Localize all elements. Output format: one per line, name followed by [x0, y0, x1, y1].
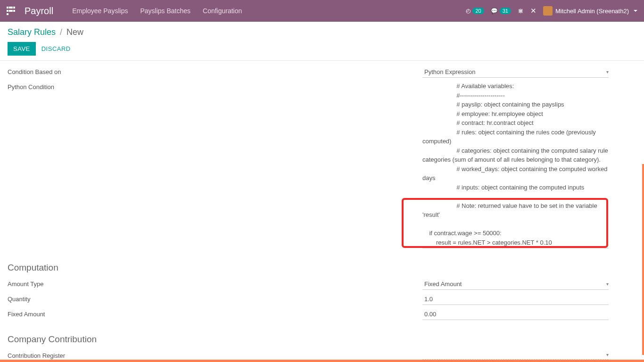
section-computation: Computation [8, 263, 636, 273]
user-menu[interactable]: Mitchell Admin (Sreenath2) [543, 6, 637, 16]
breadcrumb-current: New [66, 27, 83, 37]
nav-employee-payslips[interactable]: Employee Payslips [72, 7, 128, 15]
breadcrumb-separator: / [60, 27, 62, 37]
top-navbar: Payroll Employee Payslips Payslips Batch… [0, 0, 644, 22]
condition-based-on-value: Python Expression [424, 68, 475, 75]
activities-button[interactable]: ◴ 20 [466, 8, 484, 14]
label-python-condition: Python Condition [8, 82, 422, 90]
breadcrumb: Salary Rules / New [8, 27, 636, 37]
nav-configuration[interactable]: Configuration [203, 7, 242, 15]
label-quantity: Quantity [8, 294, 422, 303]
label-fixed-amount: Fixed Amount [8, 309, 422, 318]
avatar [543, 6, 553, 16]
messaging-badge: 31 [500, 8, 511, 14]
apps-icon[interactable] [7, 7, 15, 15]
control-panel: Salary Rules / New SAVE DISCARD [0, 22, 644, 61]
field-quantity[interactable] [422, 294, 609, 305]
discard-button[interactable]: DISCARD [41, 45, 71, 52]
bug-icon[interactable]: ⋇ [518, 7, 524, 15]
form-scroll[interactable]: Condition Based on Python Expression ▾ P… [0, 61, 644, 362]
chat-icon: 💬 [491, 8, 498, 14]
nav-payslips-batches[interactable]: Payslips Batches [140, 7, 190, 15]
field-fixed-amount[interactable] [422, 309, 609, 320]
label-condition-based-on: Condition Based on [8, 66, 422, 75]
field-condition-based-on[interactable]: Python Expression ▾ [422, 66, 609, 78]
field-amount-type[interactable]: Fixed Amount ▾ [422, 279, 609, 290]
messaging-button[interactable]: 💬 31 [491, 8, 511, 14]
chevron-down-icon: ▾ [606, 352, 609, 357]
clock-icon: ◴ [466, 8, 471, 14]
chevron-down-icon: ▾ [606, 69, 609, 74]
tools-icon[interactable]: ✕ [530, 7, 537, 15]
section-company-contribution: Company Contribution [8, 334, 636, 345]
activities-badge: 20 [472, 8, 484, 14]
decorative-bottom-strip [0, 360, 644, 362]
user-name: Mitchell Admin (Sreenath2) [555, 8, 629, 15]
chevron-down-icon: ▾ [606, 281, 609, 287]
amount-type-value: Fixed Amount [424, 280, 462, 288]
label-amount-type: Amount Type [8, 279, 422, 288]
save-button[interactable]: SAVE [8, 42, 36, 56]
label-contribution-register: Contribution Register [8, 350, 422, 359]
field-python-condition[interactable]: # Available variables: #----------------… [422, 82, 609, 248]
decorative-side-strip [642, 164, 644, 355]
chevron-down-icon [634, 10, 637, 12]
form-sheet: Condition Based on Python Expression ▾ P… [0, 61, 644, 362]
app-brand[interactable]: Payroll [25, 6, 53, 16]
breadcrumb-parent[interactable]: Salary Rules [8, 27, 56, 37]
field-contribution-register[interactable]: ▾ [422, 350, 609, 360]
